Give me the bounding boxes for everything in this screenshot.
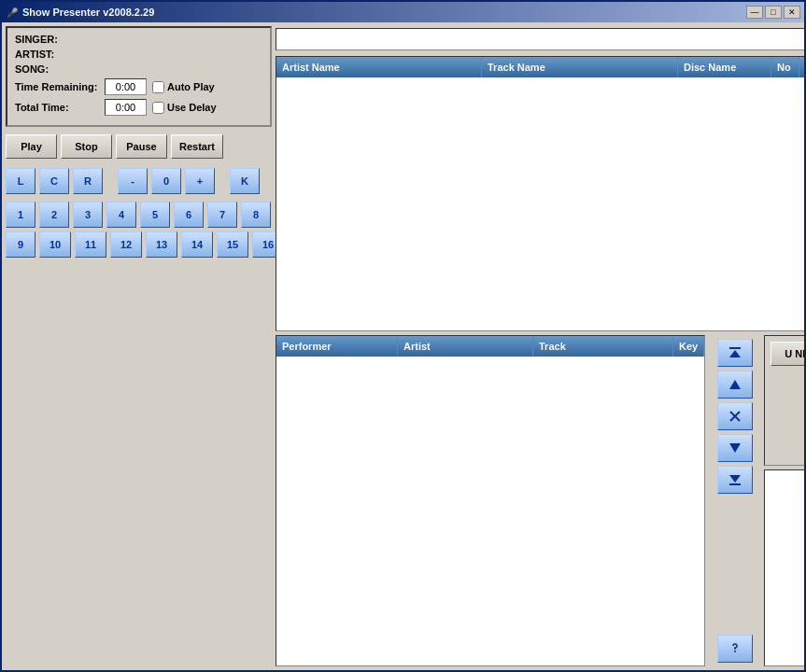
queue-header: Performer Artist Track Key: [276, 336, 704, 357]
title-bar: 🎤 Show Presenter v2008.2.29 — □ ✕: [2, 2, 804, 22]
svg-marker-2: [729, 380, 741, 389]
track-list-body[interactable]: [276, 77, 804, 330]
num-button-5[interactable]: 5: [140, 202, 170, 228]
key-controls-row: L C R - 0 + K: [6, 166, 272, 196]
right-panel: Search Clear FV Artist Name Track Name D…: [276, 26, 804, 666]
transport-row: Play Stop Pause Restart: [6, 131, 272, 162]
search-input[interactable]: [276, 28, 804, 50]
action-row-1: U NP C NP Options: [771, 342, 804, 366]
use-delay-checkbox-group: Use Delay: [152, 102, 217, 114]
svg-rect-6: [729, 483, 741, 485]
num-button-3[interactable]: 3: [73, 202, 103, 228]
key-k-button[interactable]: K: [230, 168, 260, 194]
minimize-button[interactable]: —: [746, 6, 763, 19]
num-button-7[interactable]: 7: [207, 202, 237, 228]
track-list: Artist Name Track Name Disc Name No: [276, 56, 804, 331]
main-window: 🎤 Show Presenter v2008.2.29 — □ ✕ SINGER…: [0, 0, 806, 672]
total-time-row: Total Time: Use Delay: [15, 99, 262, 116]
move-up-button[interactable]: [717, 371, 753, 399]
song-label: SONG:: [15, 63, 71, 75]
pause-button[interactable]: Pause: [116, 134, 167, 159]
number-row-1: 12345678: [6, 202, 272, 228]
artist-row: ARTIST:: [15, 49, 262, 60]
action-area: U NP C NP Options History: [764, 335, 804, 466]
num-button-15[interactable]: 15: [217, 231, 248, 258]
num-button-2[interactable]: 2: [39, 202, 69, 228]
total-time-label: Total Time:: [15, 102, 99, 113]
u-np-button[interactable]: U NP: [771, 342, 804, 366]
info-box: SINGER: ARTIST: SONG: Time Remaining: Au…: [6, 26, 272, 127]
num-button-10[interactable]: 10: [39, 231, 71, 258]
use-delay-checkbox[interactable]: [152, 102, 164, 114]
track-list-header: Artist Name Track Name Disc Name No: [276, 57, 804, 77]
key-l-button[interactable]: L: [6, 168, 35, 194]
remove-button[interactable]: [717, 402, 753, 430]
time-remaining-input[interactable]: [105, 78, 147, 95]
num-button-13[interactable]: 13: [146, 231, 177, 258]
restart-button[interactable]: Restart: [171, 134, 223, 159]
num-button-8[interactable]: 8: [241, 202, 271, 228]
no-header: No: [771, 57, 799, 77]
track-name-header: Track Name: [482, 57, 678, 77]
singer-row: SINGER:: [15, 34, 262, 45]
nav-column: [709, 335, 760, 666]
number-buttons: 12345678 910111213141516: [6, 200, 272, 259]
queue-artist-header: Artist: [398, 336, 533, 357]
play-button[interactable]: Play: [6, 134, 57, 159]
bottom-section: Performer Artist Track Key: [276, 335, 804, 666]
num-button-1[interactable]: 1: [6, 202, 35, 228]
move-down-button[interactable]: [717, 434, 753, 462]
svg-point-8: [734, 651, 736, 652]
svg-marker-7: [729, 475, 741, 483]
singer-label: SINGER:: [15, 34, 71, 45]
key-r-button[interactable]: R: [73, 168, 103, 194]
window-controls: — □ ✕: [746, 6, 800, 19]
svg-rect-0: [729, 347, 741, 349]
time-remaining-row: Time Remaining: Auto Play: [15, 78, 262, 95]
queue-body[interactable]: [276, 357, 704, 665]
key-c-button[interactable]: C: [39, 168, 69, 194]
number-row-2: 910111213141516: [6, 231, 272, 258]
song-row: SONG:: [15, 63, 262, 75]
window-title: Show Presenter v2008.2.29: [22, 7, 746, 18]
right-column: U NP C NP Options History: [764, 335, 804, 666]
num-button-12[interactable]: 12: [110, 231, 142, 258]
maximize-button[interactable]: □: [765, 6, 782, 19]
stop-button[interactable]: Stop: [61, 134, 112, 159]
help-button[interactable]: [717, 635, 753, 663]
num-button-9[interactable]: 9: [6, 231, 35, 258]
total-time-input[interactable]: [105, 99, 147, 116]
num-button-4[interactable]: 4: [106, 202, 136, 228]
key-minus-button[interactable]: -: [118, 168, 148, 194]
disc-name-header: Disc Name: [678, 57, 771, 77]
action-row-2: History: [771, 371, 804, 396]
logo-area: 🎤 SHOW PRESENTER: [764, 469, 804, 666]
queue-panel: Performer Artist Track Key: [276, 335, 705, 666]
auto-play-checkbox[interactable]: [152, 81, 164, 93]
svg-marker-5: [729, 443, 741, 453]
search-bar: Search Clear FV: [276, 26, 804, 52]
app-icon: 🎤: [6, 6, 19, 19]
num-button-14[interactable]: 14: [181, 231, 213, 258]
auto-play-label: Auto Play: [167, 81, 215, 92]
svg-marker-1: [729, 350, 741, 357]
key-zero-button[interactable]: 0: [151, 168, 181, 194]
num-button-6[interactable]: 6: [174, 202, 204, 228]
queue-key-header: Key: [673, 336, 704, 357]
num-button-11[interactable]: 11: [75, 231, 106, 258]
left-panel: SINGER: ARTIST: SONG: Time Remaining: Au…: [6, 26, 272, 666]
queue-track-header: Track: [533, 336, 673, 357]
move-bottom-button[interactable]: [717, 466, 753, 494]
auto-play-checkbox-group: Auto Play: [152, 81, 215, 93]
performer-header: Performer: [276, 336, 398, 357]
artist-label: ARTIST:: [15, 49, 71, 60]
artist-name-header: Artist Name: [276, 57, 482, 77]
main-content: SINGER: ARTIST: SONG: Time Remaining: Au…: [2, 22, 804, 670]
move-top-button[interactable]: [717, 339, 753, 367]
key-plus-button[interactable]: +: [185, 168, 215, 194]
time-remaining-label: Time Remaining:: [15, 81, 99, 92]
use-delay-label: Use Delay: [167, 102, 217, 113]
close-button[interactable]: ✕: [784, 6, 800, 19]
